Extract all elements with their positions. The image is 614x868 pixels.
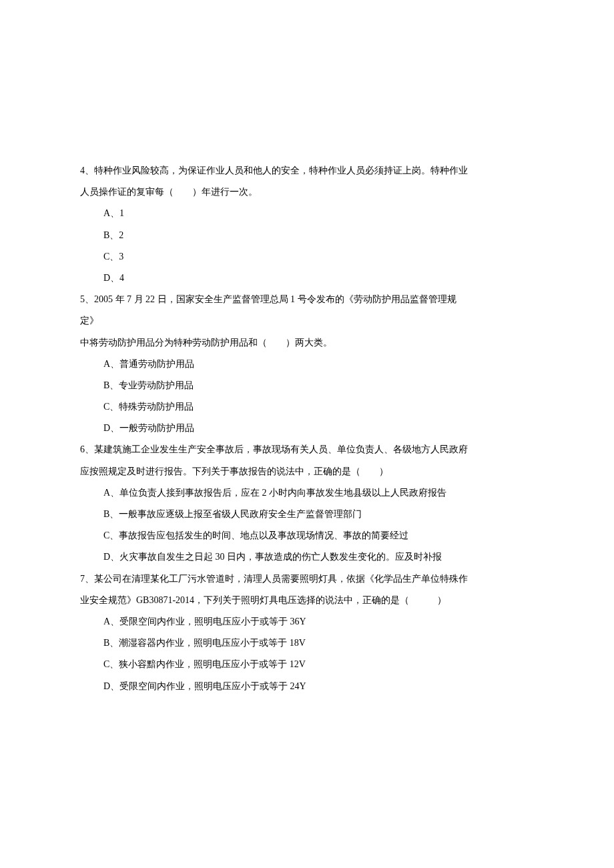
option-a: A、单位负责人接到事故报告后，应在 2 小时内向事故发生地县级以上人民政府报告 xyxy=(80,482,534,504)
option-c: C、3 xyxy=(80,246,534,268)
option-b: B、一般事故应逐级上报至省级人民政府安全生产监督管理部门 xyxy=(80,504,534,525)
question-stem-line: 定》 xyxy=(80,310,534,332)
question-7: 7、某公司在清理某化工厂污水管道时，清理人员需要照明灯具，依据《化学品生产单位特… xyxy=(80,568,534,697)
option-d: D、一般劳动防护用品 xyxy=(80,418,534,439)
option-b: B、潮湿容器内作业，照明电压应小于或等于 18V xyxy=(80,632,534,654)
question-stem-line: 人员操作证的复审每（ ）年进行一次。 xyxy=(80,181,534,203)
option-b: B、2 xyxy=(80,225,534,246)
option-d: D、4 xyxy=(80,268,534,289)
question-4: 4、特种作业风险较高，为保证作业人员和他人的安全，特种作业人员必须持证上岗。特种… xyxy=(80,160,534,289)
option-c: C、狭小容黯内作业，照明电压应小于或等于 12V xyxy=(80,654,534,675)
option-c: C、特殊劳动防护用品 xyxy=(80,396,534,418)
question-stem-line: 应按照规定及时进行报告。下列关于事故报告的说法中，正确的是（ ） xyxy=(80,461,534,482)
question-stem-line: 6、某建筑施工企业发生生产安全事故后，事故现场有关人员、单位负责人、各级地方人民… xyxy=(80,439,534,460)
question-stem-line: 4、特种作业风险较高，为保证作业人员和他人的安全，特种作业人员必须持证上岗。特种… xyxy=(80,160,534,181)
question-stem-line: 中将劳动防护用品分为特种劳动防护用品和（ ）两大类。 xyxy=(80,332,534,354)
option-a: A、1 xyxy=(80,203,534,224)
option-d: D、火灾事故自发生之日起 30 日内，事故造成的伤亡人数发生变化的。应及时补报 xyxy=(80,546,534,568)
document-page: 4、特种作业风险较高，为保证作业人员和他人的安全，特种作业人员必须持证上岗。特种… xyxy=(0,0,614,697)
option-c: C、事故报告应包括发生的时间、地点以及事故现场情况、事故的简要经过 xyxy=(80,525,534,546)
question-stem-line: 5、2005 年 7 月 22 日，国家安全生产监督管理总局 1 号令发布的《劳… xyxy=(80,289,534,310)
question-stem-line: 业安全规范》GB30871-2014，下列关于照明灯具电压选择的说法中，正确的是… xyxy=(80,590,534,611)
question-stem-line: 7、某公司在清理某化工厂污水管道时，清理人员需要照明灯具，依据《化学品生产单位特… xyxy=(80,568,534,590)
option-a: A、受限空间内作业，照明电压应小于或等于 36Y xyxy=(80,611,534,632)
option-d: D、受限空间内作业，照明电压应小于或等于 24Y xyxy=(80,676,534,697)
option-a: A、普通劳动防护用品 xyxy=(80,354,534,375)
question-5: 5、2005 年 7 月 22 日，国家安全生产监督管理总局 1 号令发布的《劳… xyxy=(80,289,534,439)
question-6: 6、某建筑施工企业发生生产安全事故后，事故现场有关人员、单位负责人、各级地方人民… xyxy=(80,439,534,568)
option-b: B、专业劳动防护用品 xyxy=(80,375,534,396)
